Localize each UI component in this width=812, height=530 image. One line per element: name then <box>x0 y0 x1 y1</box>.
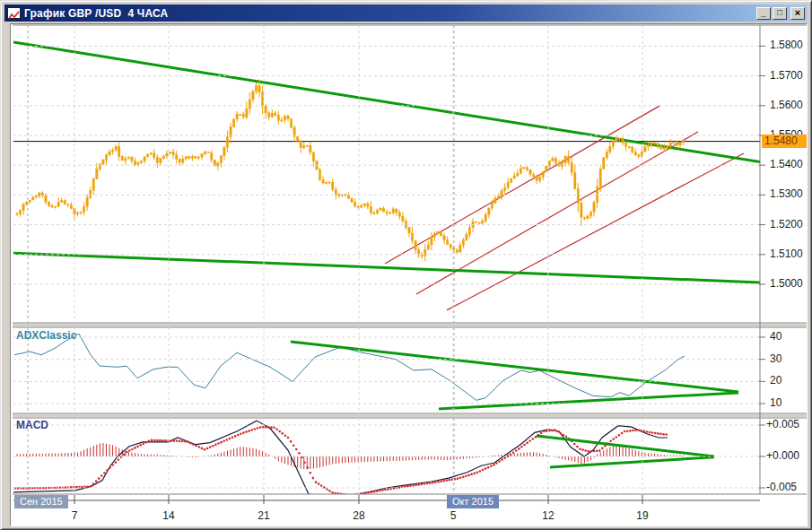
current-price-badge: 1.5480 <box>762 135 807 148</box>
chart-window: График GBP /USD 4 ЧАСА _ □ × ADXClassic … <box>0 0 812 530</box>
adx-pane-title: ADXClassic <box>16 329 76 342</box>
macd-pane-title: MACD <box>16 419 48 431</box>
chart-canvas[interactable] <box>1 1 812 530</box>
